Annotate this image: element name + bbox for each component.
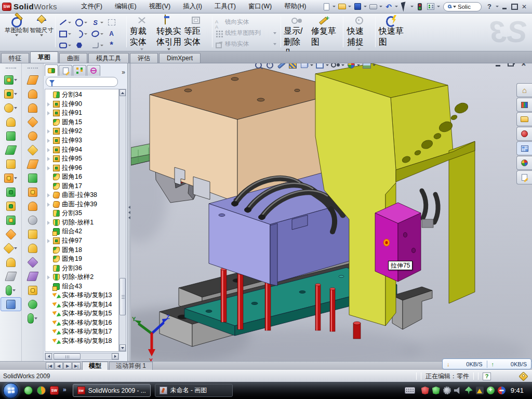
menu-item[interactable]: 编辑(E): [109, 0, 143, 13]
feature-tree-item[interactable]: 拉伸93: [45, 136, 118, 145]
prev-tab-button[interactable]: ◀: [55, 362, 63, 369]
select-icon[interactable]: [399, 2, 409, 11]
custom-properties-tab[interactable]: [516, 170, 532, 184]
network-sync-icon[interactable]: [498, 387, 506, 394]
deform-icon[interactable]: [1, 241, 21, 255]
tree-filter-input[interactable]: [46, 77, 118, 87]
offset-entities-button[interactable]: 等距实体: [183, 15, 209, 48]
feature-tree-item[interactable]: 实体-移动/复制18: [45, 337, 118, 346]
messenger-icon[interactable]: [24, 386, 33, 395]
rapid-sketch-button[interactable]: 快速草图: [378, 15, 404, 48]
section-view-icon[interactable]: [287, 63, 298, 70]
quick-tips-icon[interactable]: ?: [483, 373, 491, 380]
fillet-icon[interactable]: [1, 101, 21, 115]
model-locating-pin[interactable]: [353, 322, 361, 339]
antivirus-icon[interactable]: [421, 387, 429, 394]
model-canvas[interactable]: Y Z X: [131, 63, 532, 361]
surface-revolve-icon[interactable]: [22, 87, 43, 101]
minimize-button[interactable]: [500, 3, 509, 11]
surface-knit-icon[interactable]: [22, 227, 43, 241]
surface-boundary-icon[interactable]: [22, 115, 43, 129]
quick-launch-app-icon[interactable]: [37, 386, 46, 395]
extruded-boss-icon[interactable]: [1, 73, 21, 87]
ribbon-tab[interactable]: 模具工具: [88, 53, 129, 63]
save-caret[interactable]: [363, 2, 367, 11]
scroll-down-button[interactable]: [119, 344, 126, 351]
sketch-button[interactable]: 草图绘制: [4, 15, 29, 36]
sketch-caret[interactable]: [15, 34, 18, 36]
next-tab-button[interactable]: ▶: [63, 362, 72, 369]
expand-arrow-icon[interactable]: [47, 102, 52, 107]
new-caret[interactable]: [332, 2, 336, 11]
dome-icon[interactable]: [1, 255, 21, 269]
circle-tool[interactable]: [74, 17, 90, 28]
feature-tree-item[interactable]: 圆角15: [45, 118, 118, 127]
surface-extend-icon[interactable]: [22, 171, 43, 185]
options-icon[interactable]: [425, 2, 436, 11]
tree-vertical-scrollbar[interactable]: [119, 89, 126, 352]
slot-tool[interactable]: [58, 39, 74, 51]
design-library-tab[interactable]: [516, 98, 532, 112]
expand-arrow-icon[interactable]: [47, 129, 52, 134]
taskbar-window-button[interactable]: 未命名 - 画图: [155, 384, 233, 397]
view-orientation-icon[interactable]: [314, 63, 325, 70]
expand-arrow-icon[interactable]: [47, 220, 52, 225]
smart-dimension-button[interactable]: 智能尺寸: [29, 15, 54, 36]
restore-button[interactable]: [510, 3, 519, 11]
feature-tree-item[interactable]: 实体-移动/复制16: [45, 318, 118, 328]
menu-item[interactable]: 窗口(W): [242, 0, 278, 13]
move-entities-button[interactable]: 移动实体: [215, 38, 276, 49]
doc-close-button[interactable]: ×: [520, 63, 528, 67]
expand-arrow-icon[interactable]: [47, 202, 52, 207]
health-plus-icon[interactable]: [487, 387, 495, 394]
feature-tree-item[interactable]: 实体-移动/复制15: [45, 309, 118, 318]
rectangle-tool[interactable]: [58, 28, 74, 39]
feature-tree-item[interactable]: 分割35: [45, 209, 118, 218]
surface-trim-icon[interactable]: [22, 199, 43, 213]
volume-icon[interactable]: [454, 387, 462, 394]
surface-loft-icon[interactable]: [22, 101, 43, 115]
expand-arrow-icon[interactable]: [47, 238, 52, 243]
taskbar-window-button[interactable]: SW SolidWorks 2009 - ...: [73, 384, 151, 397]
doc-restore-button[interactable]: [507, 63, 515, 67]
surface-untrim-icon[interactable]: [22, 213, 43, 227]
help-caret[interactable]: [495, 2, 499, 11]
scroll-right-button[interactable]: [112, 353, 118, 360]
surface-planar-icon[interactable]: [22, 157, 43, 171]
rotate-view-icon[interactable]: [276, 63, 287, 70]
scene-icon[interactable]: [361, 63, 372, 70]
ribbon-tab[interactable]: 草图: [30, 51, 58, 63]
split-icon[interactable]: [1, 199, 21, 213]
solidworks-resources-tab[interactable]: [516, 127, 532, 141]
smart-dimension-caret[interactable]: [40, 34, 43, 36]
feature-tree-item[interactable]: 圆角17: [45, 181, 118, 191]
tab-property-manager[interactable]: [59, 65, 72, 76]
pattern-icon[interactable]: [1, 171, 21, 185]
text-tool[interactable]: A: [106, 28, 122, 39]
surface-replace-icon[interactable]: [22, 255, 43, 269]
undo-icon[interactable]: ↶: [383, 2, 394, 11]
ribbon-tab[interactable]: DimXpert: [159, 53, 201, 63]
feature-tree-item[interactable]: 切除-放样2: [45, 273, 118, 282]
display-style-icon[interactable]: [299, 63, 310, 70]
expand-arrow-icon[interactable]: [47, 148, 52, 152]
surface-sweep-icon[interactable]: [22, 73, 43, 87]
shell-icon[interactable]: [1, 115, 21, 129]
zoom-area-icon[interactable]: [264, 63, 275, 70]
graphics-viewport[interactable]: Y Z X: [131, 63, 532, 361]
expand-arrow-icon[interactable]: [47, 156, 52, 161]
security-shield-icon[interactable]: [432, 387, 440, 394]
surface-offset-icon[interactable]: [22, 143, 43, 157]
feature-tree-item[interactable]: 拉伸91: [45, 109, 118, 118]
tree-horizontal-scrollbar[interactable]: [45, 353, 119, 360]
doc-minimize-button[interactable]: [494, 63, 502, 67]
first-tab-button[interactable]: |◀: [46, 362, 54, 369]
mirror-entities-button[interactable]: 镜向实体: [215, 17, 276, 28]
hole-wizard-icon[interactable]: [1, 157, 21, 171]
ellipse-tool[interactable]: [90, 28, 106, 39]
instant3d-icon[interactable]: [1, 297, 21, 311]
input-method-icon[interactable]: [405, 387, 415, 394]
tab-feature-manager[interactable]: [45, 64, 58, 76]
expand-arrow-icon[interactable]: [47, 193, 52, 197]
ribbon-tab[interactable]: 评估: [130, 53, 158, 63]
